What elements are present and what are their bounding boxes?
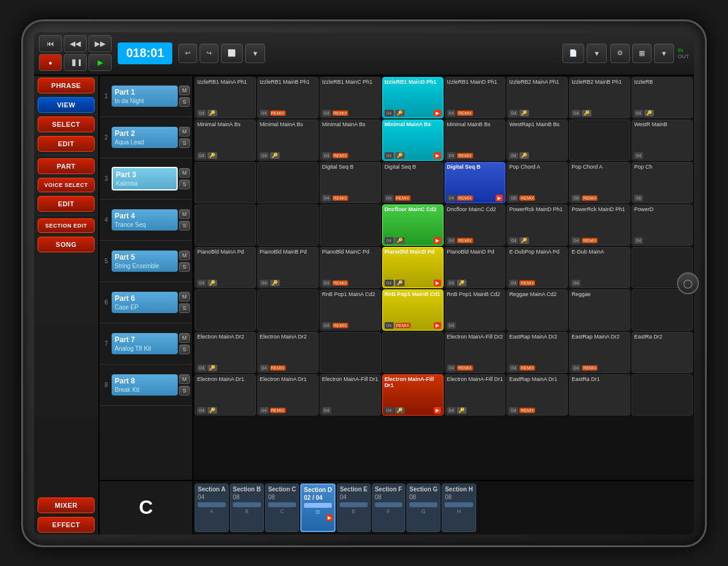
grid-cell[interactable]: Pop Ch08 bbox=[632, 162, 693, 203]
mute-button[interactable]: M bbox=[179, 209, 190, 219]
grid-cell[interactable]: Reggae bbox=[569, 289, 630, 331]
mute-button[interactable]: M bbox=[179, 333, 190, 343]
file-dropdown[interactable]: ▼ bbox=[587, 44, 607, 63]
dropdown-button[interactable]: ▼ bbox=[245, 44, 265, 63]
grid-cell[interactable]: Digital Seq B04REMIX bbox=[382, 162, 443, 203]
section-item-G[interactable]: Section G 08 G bbox=[406, 483, 441, 532]
edit1-button[interactable]: EDIT bbox=[38, 136, 95, 152]
mute-button[interactable]: M bbox=[179, 374, 190, 384]
part-item-8[interactable]: 8 Part 8 Break Kit M S bbox=[99, 365, 192, 406]
grid-cell[interactable]: Minimal MainB Bs04REMIX bbox=[445, 120, 506, 161]
grid-cell[interactable]: Minimal MainA Bs04🔑 bbox=[257, 120, 318, 161]
mixer-button[interactable]: ▐▌▐ bbox=[64, 54, 87, 71]
grid-cell[interactable]: PianoBld MainD Pd04🔑▶ bbox=[382, 247, 443, 288]
part-item-6[interactable]: 6 Part 6 Case EP M S bbox=[99, 282, 192, 323]
play-button[interactable]: ▶ bbox=[89, 54, 112, 71]
grid-cell[interactable]: PianoBld MainA Pd04🔑 bbox=[195, 247, 256, 288]
grid-cell[interactable]: WestRap1 MainB Bs04🔑 bbox=[507, 120, 568, 161]
file-button[interactable]: 📄 bbox=[562, 44, 584, 63]
solo-button[interactable]: S bbox=[179, 262, 190, 272]
grid-cell[interactable] bbox=[195, 204, 256, 246]
grid-cell[interactable]: RnB Pop1 MainB Cd204 bbox=[445, 289, 506, 331]
grid-cell[interactable]: Electron MainA-Fill Dr204REMIX bbox=[445, 332, 506, 373]
grid-cell[interactable] bbox=[382, 332, 443, 373]
grid-cell[interactable]: Electron MainA Dr204REMIX bbox=[257, 332, 318, 373]
cell-play[interactable]: ▶ bbox=[434, 322, 441, 329]
grid-cell[interactable]: Electron MainA Dr104🔑 bbox=[195, 374, 256, 416]
fast-forward-button[interactable]: ▶▶ bbox=[89, 35, 112, 52]
grid-cell[interactable]: Electron MainA-Fill Dr104🔑▶ bbox=[382, 374, 443, 416]
grid-cell[interactable]: Minimal MainA Bs04🔑 bbox=[195, 120, 256, 161]
part-item-3[interactable]: 3 Part 3 Kalimba M S bbox=[99, 158, 192, 200]
grid-cell[interactable]: EastRa Dr2 bbox=[632, 332, 693, 373]
grid-cell[interactable]: IzzleRB2 MainA Ph104🔑 bbox=[507, 77, 568, 118]
cell-play[interactable]: ▶ bbox=[496, 195, 503, 201]
solo-button[interactable]: S bbox=[179, 138, 190, 148]
grid-cell[interactable]: RnB Pop1 MainA Cd204REMIX bbox=[320, 289, 381, 331]
mute-button[interactable]: M bbox=[179, 168, 190, 178]
record-button[interactable]: ● bbox=[39, 54, 62, 71]
grid-dropdown[interactable]: ▼ bbox=[654, 44, 674, 63]
grid-cell[interactable]: Electron MainA-Fill Dr104🔑 bbox=[445, 374, 506, 416]
grid-cell[interactable]: Digital Seq B04REMIX▶ bbox=[445, 162, 506, 203]
grid-cell[interactable]: EastRap MainA Dr104REMIX bbox=[507, 374, 568, 416]
part-button[interactable]: PART bbox=[38, 158, 95, 174]
solo-button[interactable]: S bbox=[179, 386, 190, 396]
view-button[interactable]: VIEW bbox=[38, 97, 95, 113]
grid-cell[interactable] bbox=[569, 120, 630, 161]
grid-cell[interactable]: Minimal MainA Bs04🔑▶ bbox=[382, 120, 443, 161]
cell-play[interactable]: ▶ bbox=[434, 280, 441, 286]
part-item-7[interactable]: 7 Part 7 Analog T8 Kit M S bbox=[99, 323, 192, 365]
mixer-button2[interactable]: MIXER bbox=[38, 497, 95, 513]
grid-cell[interactable] bbox=[195, 289, 256, 331]
grid-cell[interactable]: EastRa Dr1 bbox=[569, 374, 630, 416]
grid-cell[interactable]: Dncfloor MainC Cd204REMIX bbox=[445, 204, 506, 246]
grid-cell[interactable]: PowerRck MainD Ph104🔑 bbox=[507, 204, 568, 246]
cell-play[interactable]: ▶ bbox=[434, 110, 441, 116]
section-item-B[interactable]: Section B 08 B bbox=[230, 483, 264, 532]
section-edit-button[interactable]: SECTION EDIT bbox=[38, 218, 95, 233]
mute-button[interactable]: M bbox=[179, 127, 190, 136]
select-button[interactable]: SELECT bbox=[38, 116, 95, 132]
grid-cell[interactable]: Pop Chord A08REMIX bbox=[569, 162, 630, 203]
settings-button[interactable]: ⚙ bbox=[610, 44, 630, 63]
grid-cell[interactable] bbox=[257, 162, 318, 203]
grid-cell[interactable]: IzzleRB2 MainB Ph104🔑 bbox=[569, 77, 630, 118]
section-item-D[interactable]: Section D 02 / 04 D ▶ bbox=[300, 483, 335, 532]
grid-cell[interactable]: Minimal MainA Bs04REMIX bbox=[320, 120, 381, 161]
rewind-button[interactable]: ◀◀ bbox=[64, 35, 87, 52]
grid-cell[interactable] bbox=[320, 204, 381, 246]
grid-cell[interactable]: PowerD04 bbox=[632, 204, 693, 246]
grid-cell[interactable] bbox=[195, 162, 256, 203]
grid-cell[interactable]: WestR MainB04 bbox=[632, 120, 693, 161]
grid-cell[interactable]: E-Dub MainA04 bbox=[569, 247, 630, 288]
grid-cell[interactable]: IzzleRB04🔑 bbox=[632, 77, 693, 118]
grid-cell[interactable]: Reggae MainA Cd2 bbox=[507, 289, 568, 331]
grid-cell[interactable]: Electron MainA Dr204🔑 bbox=[195, 332, 256, 373]
part-item-1[interactable]: 1 Part 1 In da Night M S bbox=[99, 76, 192, 117]
loop-button[interactable]: ⬜ bbox=[221, 44, 243, 63]
grid-button[interactable]: ▦ bbox=[632, 44, 652, 63]
mute-button[interactable]: M bbox=[179, 251, 190, 260]
grid-cell[interactable] bbox=[257, 289, 318, 331]
solo-button[interactable]: S bbox=[179, 97, 190, 107]
phrase-button[interactable]: PHRASE bbox=[38, 78, 95, 93]
grid-cell[interactable]: Digital Seq B04REMIX bbox=[320, 162, 381, 203]
grid-cell[interactable] bbox=[257, 204, 318, 246]
grid-cell[interactable]: PianoBld MainB Pd04🔑 bbox=[257, 247, 318, 288]
grid-cell[interactable]: Electron MainA-Fill Dr104 bbox=[320, 374, 381, 416]
section-item-E[interactable]: Section E 04 E bbox=[337, 483, 371, 532]
grid-cell[interactable]: Pop Chord A08REMIX bbox=[507, 162, 568, 203]
part-item-2[interactable]: 2 Part 2 Aqua Lead M S bbox=[99, 117, 192, 158]
grid-cell[interactable]: PianoBld MainD Pd04🔑 bbox=[445, 247, 506, 288]
solo-button[interactable]: S bbox=[179, 345, 190, 354]
grid-cell[interactable]: PowerRck MainD Ph104REMIX bbox=[569, 204, 630, 246]
grid-cell[interactable]: Dncfloor MainC Cd204🔑▶ bbox=[382, 204, 443, 246]
song-button[interactable]: SONG bbox=[38, 237, 95, 252]
home-button[interactable]: ◯ bbox=[677, 272, 699, 294]
section-item-F[interactable]: Section F 08 F bbox=[372, 483, 405, 532]
grid-cell[interactable]: EastRap MainA Dr204REMIX bbox=[507, 332, 568, 373]
grid-cell[interactable]: E-DubPop MainA Pd04REMIX bbox=[507, 247, 568, 288]
mute-button[interactable]: M bbox=[179, 86, 190, 95]
solo-button[interactable]: S bbox=[179, 221, 190, 231]
